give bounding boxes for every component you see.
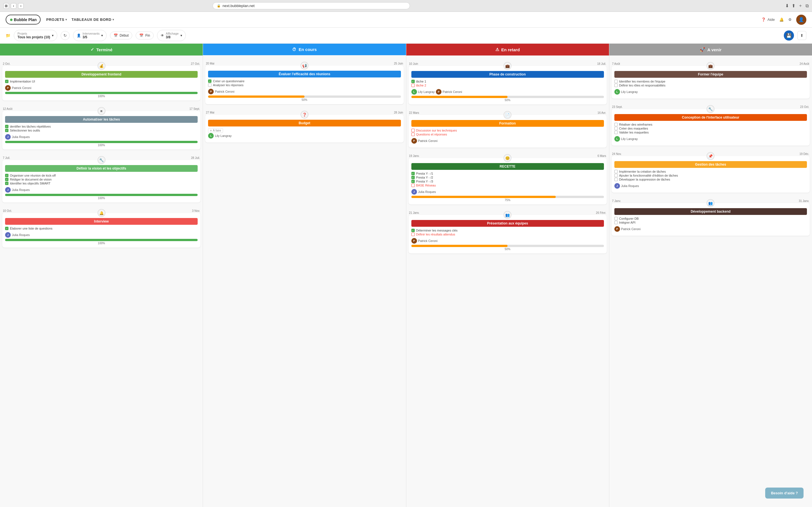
help-bubble[interactable]: Besoin d'aide ? — [765, 488, 804, 499]
task-checkbox[interactable] — [208, 83, 211, 87]
intervenants-value: 3/5 — [83, 35, 100, 39]
card[interactable]: 💼Phase de construction✓tâche 1tâche 2LLi… — [409, 66, 607, 105]
card[interactable]: 📌Gestion des tâchesImplémenter la créati… — [612, 156, 810, 193]
card-title: Former l'équipe — [614, 71, 807, 78]
nav-tableaux[interactable]: TABLEAUX DE BORD ▾ — [71, 17, 114, 22]
card[interactable]: 💰Développement frontend✓Implémentation U… — [2, 66, 200, 101]
card-title: Conception de l'interface utilisateur — [614, 114, 807, 121]
task-checkbox[interactable] — [614, 83, 618, 87]
card-title: Gestion des tâches — [614, 161, 807, 168]
task-checkbox[interactable]: ✓ — [411, 176, 415, 179]
progress-bar-container — [5, 92, 198, 94]
card-wrapper: 21 Janv.26 Févr.👥Présentation aux équipe… — [409, 211, 607, 253]
task-checkbox[interactable] — [614, 127, 618, 130]
card[interactable]: 📢Évaluer l'efficacité des réunions✓Créer… — [205, 66, 403, 104]
export-btn[interactable]: ⬆ — [797, 31, 806, 40]
card-wrapper: 27 Mai28 Juin❓Budget≡À faireLLily Langra… — [205, 111, 403, 143]
card[interactable]: 💼Former l'équipeIdentifier les membres d… — [612, 66, 810, 99]
task-item: Intégrer API — [614, 221, 807, 224]
forward-button[interactable]: › — [18, 3, 24, 9]
task-checkbox[interactable] — [411, 184, 415, 187]
task-checkbox[interactable] — [614, 178, 618, 181]
task-checkbox[interactable] — [411, 133, 415, 136]
sidebar-toggle[interactable]: ⊞ — [3, 3, 9, 9]
lock-icon: 🔒 — [217, 4, 221, 8]
back-button[interactable]: ‹ — [11, 3, 16, 9]
download-icon[interactable]: ⬇ — [785, 3, 789, 8]
task-item: ✓Identifier les objectifs SMART — [5, 181, 198, 185]
task-item: ✓Presta Y - /1 — [411, 172, 604, 175]
logo[interactable]: ● Bubble Plan — [6, 15, 41, 24]
projets-filter[interactable]: Projets Tous les projets (10) ▾ — [14, 30, 57, 41]
browser-controls: ⊞ ‹ › — [3, 3, 24, 9]
affichage-filter[interactable]: 👁 Affichage 3/8 ▾ — [157, 30, 186, 41]
task-item: ✓Rédiger le document de vision — [5, 177, 198, 181]
help-btn[interactable]: ❓ Aide — [761, 17, 775, 22]
intervenants-filter[interactable]: 👤 Intervenants 3/5 ▾ — [73, 30, 107, 41]
task-checkbox[interactable] — [614, 123, 618, 126]
card-wrapper: 22 Mars16 Avr.📄FormationDiscussion sur l… — [409, 111, 607, 148]
task-text: Sélectionner les outils — [10, 129, 40, 132]
task-text: Valider les maquettes — [619, 131, 649, 134]
assignee-avatar: L — [208, 133, 214, 138]
refresh-btn[interactable]: ↻ — [61, 31, 70, 40]
task-checkbox[interactable]: ✓ — [411, 180, 415, 183]
card-icon: 📌 — [707, 152, 714, 160]
card[interactable]: 😊RECETTE✓Presta Y - /1✓Presta Y - /2✓Pre… — [409, 158, 607, 205]
share-icon[interactable]: ⬆ — [792, 3, 795, 8]
task-checkbox[interactable] — [411, 129, 415, 132]
task-checkbox[interactable] — [614, 131, 618, 134]
column-body-a-venir: 7 Août24 Août💼Former l'équipeIdentifier … — [609, 55, 812, 507]
settings-btn[interactable]: ⚙ — [788, 17, 792, 22]
task-checkbox[interactable] — [411, 233, 415, 236]
notifications-btn[interactable]: 🔔 — [779, 17, 784, 22]
task-item: Identifier les membres de l'équipe — [614, 79, 807, 83]
task-checkbox[interactable]: ✓ — [208, 79, 211, 83]
card-assignees: PPatrick Ceroni — [614, 226, 807, 232]
address-bar[interactable]: 🔒 next.bubbleplan.net — [213, 2, 410, 9]
card[interactable]: 🔧Définir la vision et les objectifs✓Orga… — [2, 160, 200, 203]
task-checkbox[interactable] — [614, 174, 618, 177]
task-text: Ajouter la fonctionnalité d'édition de t… — [619, 174, 678, 177]
projets-filter-label: Projets — [17, 32, 50, 35]
task-checkbox[interactable]: ✓ — [411, 172, 415, 175]
card[interactable]: 📄FormationDiscussion sur les techniquesQ… — [409, 115, 607, 148]
card[interactable]: 👥Présentation aux équipes✓Déterminer les… — [409, 215, 607, 253]
task-checkbox[interactable]: ✓ — [5, 125, 8, 128]
card[interactable]: 🔧Conception de l'interface utilisateurRé… — [612, 109, 810, 146]
card[interactable]: ❓Budget≡À faireLLily Langray — [205, 115, 403, 143]
user-avatar[interactable]: 👤 — [796, 15, 806, 25]
task-checkbox[interactable]: ✓ — [411, 80, 415, 83]
task-checkbox[interactable]: ✓ — [5, 80, 8, 83]
task-checkbox[interactable] — [614, 170, 618, 173]
progress-bar-container — [411, 96, 604, 98]
task-checkbox[interactable] — [411, 83, 415, 87]
task-checkbox[interactable]: ✓ — [5, 129, 8, 132]
task-checkbox[interactable] — [614, 217, 618, 220]
progress-bar-container — [411, 196, 604, 198]
fin-filter[interactable]: 📅 Fin — [136, 32, 154, 40]
affichage-label: Affichage — [166, 32, 179, 35]
task-checkbox[interactable]: ✓ — [5, 182, 8, 185]
task-checkbox[interactable]: ✓ — [5, 178, 8, 181]
save-btn[interactable]: 💾 — [784, 31, 794, 41]
card-assignees: PPatrick Ceroni — [5, 85, 198, 91]
card-assignees: PPatrick Ceroni — [208, 89, 401, 94]
card[interactable]: 🔔Interview✓Élaborer une liste de questio… — [2, 213, 200, 247]
task-checkbox[interactable]: ✓ — [411, 229, 415, 232]
task-checkbox[interactable] — [614, 80, 618, 83]
task-checkbox[interactable]: ✓ — [5, 174, 8, 177]
task-checkbox[interactable]: ✓ — [5, 227, 8, 230]
card[interactable]: 👥Développement backendConfigurer DBIntég… — [612, 203, 810, 236]
column-en-cours: ⏱ En cours20 Mai25 Juin📢Évaluer l'effica… — [203, 44, 406, 507]
assignee-name: Lily Langray — [215, 134, 232, 137]
debut-filter[interactable]: 📅 Début — [110, 32, 132, 40]
card[interactable]: ≡Automatiser les tâches✓dentifier les tâ… — [2, 111, 200, 150]
tabs-icon[interactable]: ⧉ — [806, 3, 809, 8]
assignee-name: Patrick Ceroni — [12, 86, 31, 90]
new-tab-icon[interactable]: ＋ — [798, 3, 803, 9]
task-item: ✓tâche 1 — [411, 79, 604, 83]
nav-projets[interactable]: PROJETS ▾ — [46, 17, 67, 22]
task-checkbox[interactable] — [614, 221, 618, 224]
logo-text: Bubble Plan — [14, 17, 37, 22]
